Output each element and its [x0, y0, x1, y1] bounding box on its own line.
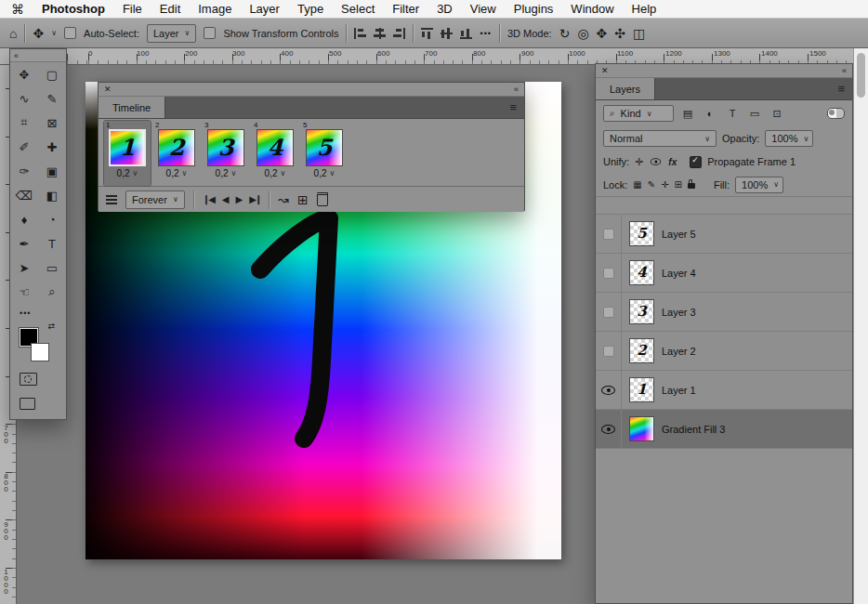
collapse-panel-icon[interactable]: « [14, 51, 19, 60]
tool-path-selection[interactable]: ➤ [10, 256, 38, 280]
menu-filter[interactable]: Filter [392, 2, 419, 16]
lock-pixels-icon[interactable]: ✎ [648, 179, 655, 190]
filter-smart-objects-icon[interactable]: ⊡ [769, 106, 785, 121]
filter-pixel-layers-icon[interactable]: ▤ [679, 106, 696, 121]
close-icon[interactable]: ✕ [601, 66, 609, 75]
align-center-horizontal-icon[interactable] [374, 28, 386, 39]
3d-orbit-icon[interactable]: ↻ [559, 27, 571, 40]
auto-select-checkbox[interactable] [64, 27, 76, 39]
frame-delay-dropdown[interactable]: 0,2∨ [265, 166, 286, 180]
menu-image[interactable]: Image [198, 2, 231, 16]
tool-move[interactable]: ✥ [10, 62, 38, 86]
loop-dropdown[interactable]: Forever ∨ [125, 190, 185, 209]
layer-row-layer-3[interactable]: 3 Layer 3 [596, 293, 852, 332]
tool-eraser[interactable]: ⌫ [10, 183, 38, 207]
more-options-icon[interactable]: ••• [480, 29, 491, 38]
frame-thumbnail[interactable]: 3 [207, 129, 244, 166]
close-icon[interactable]: ✕ [104, 85, 112, 94]
frame-delay-dropdown[interactable]: 0,2∨ [216, 166, 237, 180]
tool-spot-healing[interactable]: ✚ [38, 135, 66, 159]
frame-thumbnail[interactable]: 2 [158, 129, 195, 166]
layer-thumbnail[interactable]: 2 [629, 338, 654, 363]
move-tool-icon[interactable]: ✥ [33, 27, 44, 40]
frame-thumbnail[interactable]: 1 [109, 129, 146, 166]
tab-layers[interactable]: Layers [596, 78, 655, 99]
menu-plugins[interactable]: Plugins [514, 2, 554, 16]
blend-mode-dropdown[interactable]: Normal ∨ [603, 130, 717, 147]
auto-select-dropdown[interactable]: Layer ∨ [147, 24, 196, 43]
layer-row-gradient-fill-3[interactable]: Gradient Fill 3 [596, 410, 852, 449]
panel-menu-icon[interactable]: ≡ [502, 100, 524, 114]
frame-delay-dropdown[interactable]: 0,2∨ [314, 166, 335, 180]
frame-delay-dropdown[interactable]: 0,2∨ [166, 166, 188, 180]
tool-rectangular-marquee[interactable]: ▢ [38, 62, 66, 86]
propagate-frame-checkbox[interactable] [690, 156, 702, 168]
fill-dropdown[interactable]: 100% ∨ [735, 177, 783, 193]
collapse-panel-icon[interactable]: « [842, 66, 847, 75]
tool-rectangle[interactable]: ▭ [38, 256, 66, 280]
frame-3[interactable]: 3 3 0,2∨ [203, 121, 249, 186]
tool-eyedropper[interactable]: ✐ [10, 135, 38, 159]
menu-layer[interactable]: Layer [249, 2, 280, 16]
layer-thumbnail[interactable]: 4 [629, 260, 654, 285]
unify-position-icon[interactable]: ✛ [635, 156, 643, 168]
next-frame-button[interactable]: ▶❙ [249, 194, 260, 204]
menu-view[interactable]: View [470, 2, 496, 16]
opacity-dropdown[interactable]: 100% ∨ [765, 130, 813, 147]
3d-roll-icon[interactable]: ◎ [577, 27, 588, 40]
layer-thumbnail[interactable] [629, 416, 654, 441]
frame-2[interactable]: 2 2 0,2∨ [153, 121, 200, 186]
layer-thumbnail[interactable]: 5 [629, 221, 654, 246]
tool-quick-selection[interactable]: ✎ [38, 86, 66, 111]
unify-style-icon[interactable]: fx [668, 157, 677, 167]
play-button[interactable]: ▶ [236, 194, 242, 204]
layer-row-layer-5[interactable]: 5 Layer 5 [596, 215, 852, 254]
menu-window[interactable]: Window [571, 2, 613, 16]
tool-type[interactable]: T [38, 231, 66, 256]
background-color-swatch[interactable] [31, 343, 49, 361]
3d-camera-icon[interactable]: ◫ [633, 27, 645, 40]
previous-frame-button[interactable]: ◀ [222, 194, 228, 204]
menu-file[interactable]: File [123, 2, 142, 16]
frame-delay-dropdown[interactable]: 0,2∨ [117, 166, 138, 180]
visibility-toggle[interactable] [596, 254, 622, 292]
frame-thumbnail[interactable]: 5 [306, 129, 343, 166]
tool-dodge[interactable]: ◔ [38, 207, 66, 231]
frame-4[interactable]: 4 4 0,2∨ [252, 121, 298, 186]
align-bottom-icon[interactable] [460, 28, 472, 39]
quick-mask-button[interactable] [10, 367, 66, 391]
visibility-toggle[interactable] [596, 371, 622, 409]
filter-shape-layers-icon[interactable]: ▭ [746, 106, 763, 121]
tool-blur[interactable]: ♦ [10, 207, 38, 231]
filter-type-layers-icon[interactable]: T [724, 106, 741, 121]
layer-thumbnail[interactable]: 1 [629, 377, 654, 402]
align-right-icon[interactable] [393, 28, 405, 39]
3d-pan-icon[interactable]: ✥ [597, 27, 608, 40]
visibility-toggle[interactable] [596, 410, 622, 448]
frame-5[interactable]: 5 5 0,2∨ [301, 121, 348, 186]
frame-thumbnail[interactable]: 4 [256, 129, 294, 166]
menu-type[interactable]: Type [297, 2, 323, 16]
tool-crop[interactable]: ⌗ [10, 111, 38, 135]
tween-icon[interactable]: ↝ [278, 193, 289, 206]
collapse-panel-icon[interactable]: « [514, 85, 519, 94]
apple-menu-icon[interactable]: ⌘ [11, 3, 24, 16]
align-middle-icon[interactable] [441, 28, 453, 39]
tool-pen[interactable]: ✒ [10, 231, 38, 256]
frame-1[interactable]: 1 1 0,2∨ [104, 121, 151, 186]
tool-frame[interactable]: ⊠ [38, 111, 66, 135]
first-frame-button[interactable]: ❙◀ [203, 194, 214, 204]
menu-select[interactable]: Select [341, 2, 375, 16]
new-frame-icon[interactable]: ⊞ [297, 193, 309, 206]
lock-all-icon[interactable] [688, 183, 695, 189]
filter-adjustment-layers-icon[interactable]: ◐ [702, 106, 718, 121]
visibility-toggle[interactable] [596, 293, 622, 331]
screen-mode-button[interactable] [10, 391, 66, 415]
layer-row-layer-2[interactable]: 2 Layer 2 [596, 332, 852, 371]
looping-options-icon[interactable] [106, 195, 117, 204]
delete-frame-icon[interactable] [317, 192, 328, 206]
3d-slide-icon[interactable]: ✣ [614, 27, 625, 40]
tool-hand[interactable]: ☜ [10, 280, 38, 304]
home-icon[interactable]: ⌂ [9, 27, 17, 40]
tool-clone-stamp[interactable]: ▣ [38, 159, 66, 183]
